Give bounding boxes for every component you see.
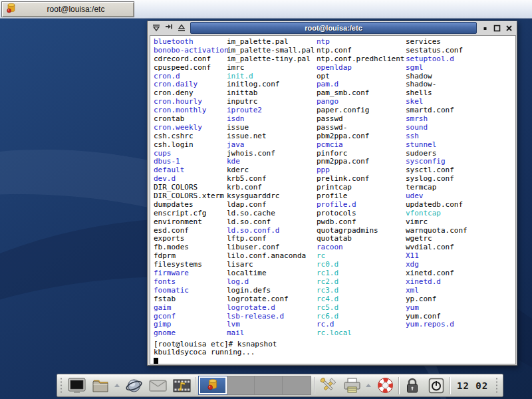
panel-arrow-icon[interactable] [365,375,372,396]
desktop-pager [198,376,311,395]
maximize-button[interactable] [492,23,502,33]
top-taskbar-panel: root@louisa:/etc [0,0,532,19]
file-entry: cron.weekly [154,124,229,132]
file-entry: rc1.d [317,269,404,278]
panel-clock[interactable]: 12 02 [453,380,492,391]
help-lifering-icon[interactable] [374,375,396,396]
window-title-strip[interactable]: root@louisa:/etc [190,22,477,34]
file-entry: logrotate.d [227,304,315,313]
file-entry: bonobo-activation [154,47,229,55]
file-entry: sound [406,124,467,132]
pager-desktop-1[interactable] [199,376,227,394]
file-entry: im_palette-tiny.pal [227,55,315,64]
file-list-column-3: ntpntp.confntp.conf.predhclientopenldapo… [317,38,404,338]
settings-tools-icon[interactable] [317,375,338,396]
konsole-window: root@louisa:/etc bluetoothbonobo-activat… [147,21,517,366]
terminal-tail: [root@louisa etc]# ksnapshot kbuildsycoc… [154,340,277,365]
pager-desktop-4[interactable] [283,376,311,394]
file-entry: rc4.d [317,295,404,304]
file-entry: xml [406,287,467,295]
file-entry: pcmcia [317,141,404,150]
dock-icon[interactable] [163,23,174,33]
pager-desktop-3[interactable] [255,376,283,394]
file-entry: im_palette-small.pal [227,47,315,55]
file-entry: cpuspeed.conf [154,64,229,72]
panel-separator [314,377,315,394]
taskbar-window-button[interactable]: root@louisa:/etc [1,1,134,17]
kicker-panel: 12 02 [57,374,503,397]
file-entry: ld.so.cache [227,209,315,218]
file-entry: ssh [406,132,467,141]
panel-separator [398,377,399,394]
terminal-icon[interactable] [66,375,87,396]
minimize-button[interactable] [480,23,490,33]
file-entry: log.d [227,278,315,287]
file-entry: ksysguarddrc [227,192,315,201]
file-entry: sestatus.conf [406,47,467,55]
logout-power-icon[interactable] [426,375,447,396]
file-entry: cdrecord.conf [154,55,229,64]
window-titlebar[interactable]: root@louisa:/etc [148,21,517,35]
file-entry: xinetd.conf [406,269,467,278]
file-entry: setuptool.d [406,55,467,64]
lock-icon[interactable] [402,375,423,396]
printer-icon[interactable] [341,375,362,396]
file-entry: fonts [154,278,229,287]
file-entry: passwd- [317,124,404,132]
file-entry: rc5.d [317,304,404,313]
panel-separator [195,377,196,394]
file-entry: sgml [406,64,467,72]
file-entry: stunnel [406,141,467,150]
file-entry: protocols [317,209,404,218]
file-entry: rc2.d [317,278,404,287]
file-entry: profile.d [317,201,404,209]
file-entry: yp.conf [406,295,467,304]
file-entry: rc.local [317,329,404,338]
eject-icon[interactable] [176,23,187,33]
file-entry: udev [406,192,467,201]
file-entry: gaim [154,304,229,313]
file-entry: bluetooth [154,38,229,47]
terminal-output[interactable]: bluetoothbonobo-activationcdrecord.confc… [150,35,516,364]
file-entry: DIR_COLORS.xterm [154,192,229,201]
home-folder-icon[interactable] [90,375,111,396]
shade-icon[interactable] [150,23,162,33]
file-entry: passwd [317,115,404,124]
file-entry: vfontcap [406,209,467,218]
file-entry: dumpdates [154,201,229,209]
file-entry: ntp.conf.predhclient [317,55,404,64]
file-list-column-2: im_palette.palim_palette-small.palim_pal… [227,38,315,338]
pager-desktop-2[interactable] [227,376,255,394]
file-entry: java [227,141,315,150]
terminal-status-line: kbuildsycoca running... [154,348,277,357]
file-list-column-4: servicessestatus.confsetuptool.dsgmlshad… [406,38,467,329]
konsole-app-icon [6,3,17,16]
file-entry: csh.login [154,141,229,150]
file-entry: localtime [227,269,315,278]
file-entry: environment [154,218,229,227]
file-entry: ntp.conf [317,47,404,55]
file-list-column-1: bluetoothbonobo-activationcdrecord.confc… [154,38,229,338]
file-entry: imrc [227,64,315,72]
panel-drag-handle-right[interactable] [495,376,499,394]
desktop: root@louisa:/etc [0,0,532,399]
file-entry: ldap.conf [227,201,315,209]
titlebar-buttons [479,22,515,34]
panel-drag-handle-left[interactable] [59,376,63,394]
web-browser-icon[interactable] [123,375,144,396]
titlebar-left-icons [149,22,188,34]
cursor-line [154,357,277,364]
file-entry: racoon [317,243,404,252]
file-entry: pbm2ppa.conf [317,132,404,141]
close-button[interactable] [504,23,514,33]
file-entry: enscript.cfg [154,209,229,218]
file-entry: rc3.d [317,287,404,295]
mail-icon[interactable] [147,375,168,396]
multimedia-icon[interactable] [171,375,192,396]
taskbar-window-label: root@louisa:/etc [22,5,130,14]
file-entry: vimrc [406,218,467,227]
file-entry: ld.so.conf [227,218,315,227]
terminal-cursor [154,358,158,364]
panel-arrow-icon[interactable] [114,375,120,396]
file-entry: foomatic [154,287,229,295]
